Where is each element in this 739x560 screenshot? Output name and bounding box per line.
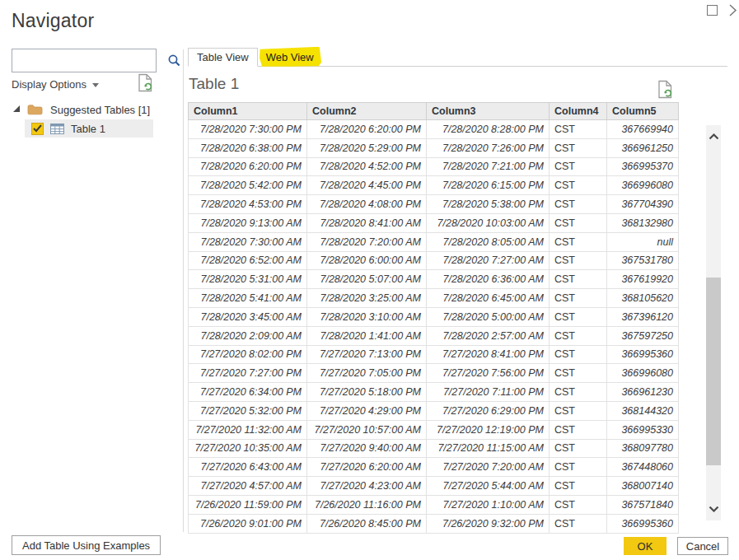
table-cell: 7/28/2020 6:20:00 PM	[189, 157, 307, 176]
table-cell: 366995360	[607, 514, 679, 533]
table-cell: 7/28/2020 6:52:00 AM	[189, 251, 307, 270]
table-cell: 366996080	[607, 364, 679, 383]
table-cell: 7/28/2020 8:41:00 AM	[307, 213, 427, 232]
table-row: 7/27/2020 5:32:00 PM7/27/2020 4:29:00 PM…	[189, 401, 679, 420]
table-cell: 7/28/2020 3:25:00 AM	[307, 289, 427, 308]
table-cell: 367396120	[607, 307, 679, 326]
table-cell: null	[607, 232, 679, 251]
table-row: 7/27/2020 8:02:00 PM7/27/2020 7:13:00 PM…	[189, 345, 679, 364]
table-row: 7/26/2020 9:01:00 PM7/26/2020 8:45:00 PM…	[189, 514, 679, 533]
table-cell: 7/28/2020 9:13:00 AM	[189, 213, 307, 232]
table-cell: 367597250	[607, 326, 679, 345]
refresh-document-icon[interactable]	[138, 73, 154, 92]
table-cell: 7/28/2020 8:28:00 PM	[427, 120, 550, 139]
scrollbar-thumb[interactable]	[706, 278, 721, 465]
table-cell: 7/27/2020 6:43:00 AM	[189, 458, 307, 477]
tree-expand-icon[interactable]	[13, 105, 20, 112]
tab-web-view-label: Web View	[266, 51, 314, 63]
table-cell: 367704390	[607, 195, 679, 214]
table-cell: 366995360	[607, 345, 679, 364]
add-table-using-examples-button[interactable]: Add Table Using Examples	[12, 535, 161, 555]
display-options-dropdown[interactable]: Display Options	[12, 78, 99, 91]
tab-table-view[interactable]: Table View	[188, 48, 258, 67]
table-cell: 7/27/2020 5:18:00 PM	[307, 383, 427, 402]
table-cell: CST	[550, 401, 607, 420]
table-cell: CST	[550, 495, 607, 514]
column-header: Column2	[307, 103, 427, 120]
table-cell: CST	[550, 458, 607, 477]
table-cell: 367531780	[607, 251, 679, 270]
ok-button[interactable]: OK	[624, 537, 667, 555]
table-cell: 367448060	[607, 458, 679, 477]
folder-icon	[27, 104, 43, 115]
table-cell: 7/28/2020 3:10:00 AM	[307, 307, 427, 326]
table-cell: 366961230	[607, 383, 679, 402]
table-cell: CST	[550, 232, 607, 251]
table-cell: 367669940	[607, 120, 679, 139]
table-cell: 7/28/2020 4:45:00 PM	[307, 176, 427, 195]
page-title: Navigator	[12, 10, 94, 32]
scroll-up-icon[interactable]	[706, 130, 721, 143]
scroll-down-icon[interactable]	[706, 502, 721, 516]
maximize-icon[interactable]	[707, 5, 718, 16]
table-cell: CST	[550, 289, 607, 308]
table-cell: CST	[550, 420, 607, 439]
search-box[interactable]	[12, 49, 157, 72]
table-cell: 7/27/2020 7:27:00 PM	[189, 364, 307, 383]
chevron-right-icon[interactable]	[727, 3, 738, 17]
table-row: 7/27/2020 4:57:00 AM7/27/2020 4:23:00 AM…	[189, 477, 679, 496]
table-cell: 7/28/2020 6:36:00 AM	[427, 270, 550, 289]
table-cell: 7/28/2020 1:41:00 AM	[307, 326, 427, 345]
tree-folder-suggested-tables[interactable]: Suggested Tables [1]	[12, 101, 150, 118]
table-cell: CST	[550, 157, 607, 176]
view-tabs: Table View Web View	[188, 49, 727, 67]
search-input[interactable]	[12, 49, 167, 72]
table-cell: CST	[550, 383, 607, 402]
table-row: 7/28/2020 5:31:00 AM7/28/2020 5:07:00 AM…	[189, 270, 679, 289]
table-cell: CST	[550, 251, 607, 270]
table-cell: 7/28/2020 7:21:00 PM	[427, 157, 550, 176]
table-cell: 7/28/2020 5:29:00 PM	[307, 138, 427, 157]
table-row: 7/26/2020 11:59:00 PM7/26/2020 11:16:00 …	[189, 495, 679, 514]
sidebar-item-table-1[interactable]: Table 1	[25, 119, 153, 138]
table-row: 7/27/2020 11:32:00 AM7/27/2020 10:57:00 …	[189, 420, 679, 439]
table-row: 7/28/2020 6:52:00 AM7/28/2020 6:00:00 AM…	[189, 251, 679, 270]
tab-web-view[interactable]: Web View	[258, 49, 322, 66]
table-cell: 7/28/2020 6:38:00 PM	[189, 138, 307, 157]
table-cell: 7/28/2020 7:30:00 PM	[189, 120, 307, 139]
table-cell: 7/28/2020 2:57:00 AM	[427, 326, 550, 345]
table-cell: 7/27/2020 5:32:00 PM	[189, 401, 307, 420]
preview-table-title: Table 1	[189, 75, 239, 93]
table-cell: 7/27/2020 7:05:00 PM	[307, 364, 427, 383]
table-cell: 7/27/2020 8:02:00 PM	[189, 345, 307, 364]
table-cell: 7/28/2020 5:31:00 AM	[189, 270, 307, 289]
table-cell: CST	[550, 176, 607, 195]
refresh-preview-icon[interactable]	[657, 80, 674, 99]
table-cell: 7/28/2020 6:00:00 AM	[307, 251, 427, 270]
table-row: 7/28/2020 4:53:00 PM7/28/2020 4:08:00 PM…	[189, 195, 679, 214]
table-icon	[50, 124, 64, 134]
column-header: Column4	[550, 103, 607, 120]
table-row: 7/28/2020 3:45:00 AM7/28/2020 3:10:00 AM…	[189, 307, 679, 326]
add-table-label: Add Table Using Examples	[22, 539, 150, 552]
table-cell: 366961250	[607, 138, 679, 157]
table-cell: 366995330	[607, 420, 679, 439]
column-header: Column3	[427, 103, 550, 120]
search-icon[interactable]	[167, 52, 181, 70]
table-1-checkbox[interactable]	[31, 123, 44, 135]
table-cell: 7/28/2020 5:41:00 AM	[189, 289, 307, 308]
table-cell: 7/28/2020 5:07:00 AM	[307, 270, 427, 289]
cancel-button[interactable]: Cancel	[677, 537, 728, 555]
cancel-label: Cancel	[686, 540, 719, 553]
table-cell: 7/27/2020 7:20:00 AM	[427, 458, 550, 477]
table-cell: 7/27/2020 7:56:00 PM	[427, 364, 550, 383]
tree-folder-label: Suggested Tables [1]	[50, 104, 150, 116]
table-cell: 7/27/2020 7:11:00 PM	[427, 383, 550, 402]
table-cell: 7/28/2020 8:05:00 AM	[427, 232, 550, 251]
table-cell: 7/27/2020 11:32:00 AM	[189, 420, 307, 439]
vertical-scrollbar[interactable]	[706, 125, 721, 520]
table-cell: CST	[550, 364, 607, 383]
table-header-row: Column1Column2Column3Column4Column5	[189, 103, 679, 120]
table-cell: 7/28/2020 7:30:00 AM	[189, 232, 307, 251]
table-cell: CST	[550, 326, 607, 345]
